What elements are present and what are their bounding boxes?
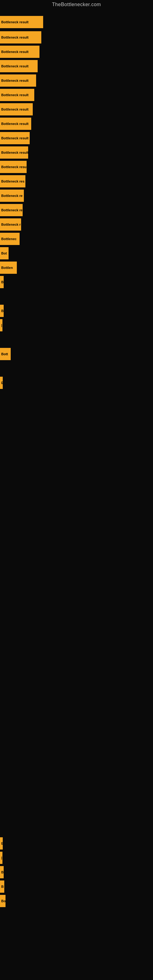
bar-label: Bottleneck result [0, 60, 38, 72]
bar-label: Bo [0, 895, 5, 907]
bar-row: B [0, 305, 4, 317]
bar-row: Bottleneck result [0, 46, 40, 58]
bar-label: B [0, 305, 4, 317]
bar-label: Bottlen [0, 261, 17, 274]
bar-row: B [0, 276, 4, 288]
bar-row: | [0, 852, 2, 864]
bar-label: Bottleneck result [0, 75, 36, 87]
bar-row: Bottleneck result [0, 16, 43, 28]
bar-row: E [0, 377, 3, 389]
bar-row: Bottleneck result [0, 132, 30, 144]
bar-label: | [0, 852, 2, 864]
bar-row: Bottleneck r [0, 218, 21, 231]
bar-label: E [0, 377, 3, 389]
bar-label: Bott [0, 348, 11, 360]
bar-row: Bottleneck result [0, 103, 33, 115]
bar-row: | [0, 319, 2, 331]
bar-row: Bottleneck re [0, 189, 24, 202]
bar-label: Bottlenec [0, 233, 19, 245]
bar-label: Bottleneck result [0, 16, 43, 28]
bar-label: Bottleneck result [0, 103, 33, 115]
bar-label: Bottleneck result [0, 161, 27, 173]
bar-label: Bottleneck result [0, 132, 30, 144]
bar-row: Bottleneck result [0, 89, 34, 101]
bar-row: Bottleneck result [0, 118, 31, 130]
bar-row: Bot [0, 247, 9, 259]
bar-row: Bottlenec [0, 233, 19, 245]
bar-label: B [0, 880, 4, 893]
bar-label: Bottleneck result [0, 31, 41, 43]
bar-row: Bottleneck re [0, 204, 22, 216]
bar-label: Bottleneck r [0, 218, 21, 231]
bar-label: B [0, 276, 4, 288]
bar-row: E [0, 837, 3, 850]
bar-row: Bott [0, 348, 11, 360]
bar-row: Bo [0, 895, 5, 907]
bar-row: B [0, 866, 4, 878]
bar-row: B [0, 880, 4, 893]
bar-row: Bottlen [0, 261, 17, 274]
bar-row: Bottleneck result [0, 161, 27, 173]
bar-label: Bottleneck result [0, 146, 28, 159]
bar-row: Bottleneck result [0, 60, 38, 72]
site-title: TheBottlenecker.com [0, 0, 153, 9]
bar-row: Bottleneck result [0, 31, 41, 43]
bar-label: Bottleneck result [0, 118, 31, 130]
bar-label: E [0, 837, 3, 850]
bar-label: Bottleneck result [0, 46, 40, 58]
bar-label: Bottleneck result [0, 89, 34, 101]
bar-label: Bottleneck re [0, 189, 24, 202]
bar-label: Bot [0, 247, 9, 259]
bar-row: Bottleneck res [0, 175, 26, 188]
bar-label: Bottleneck res [0, 175, 26, 188]
bar-row: Bottleneck result [0, 146, 28, 159]
bar-label: B [0, 866, 4, 878]
bar-row: Bottleneck result [0, 75, 36, 87]
bar-label: Bottleneck re [0, 204, 22, 216]
bar-label: | [0, 319, 2, 331]
